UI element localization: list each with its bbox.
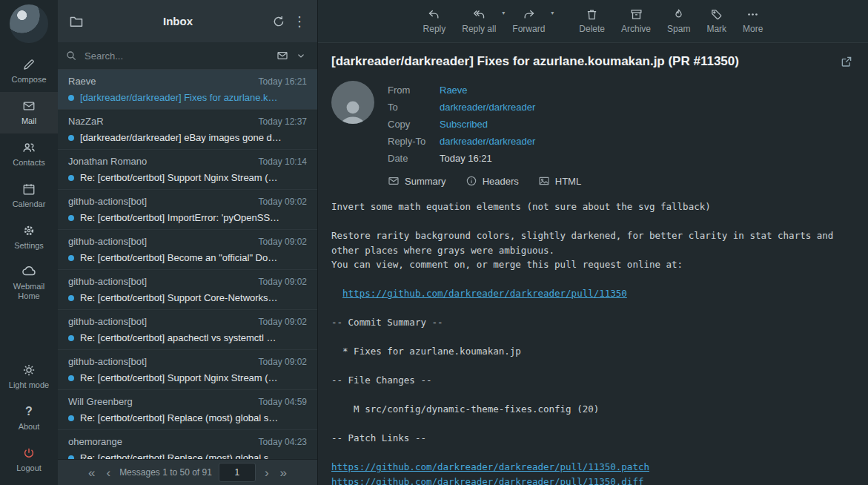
- sidebar-item-mail[interactable]: Mail: [0, 92, 58, 133]
- message-subject: Re: [certbot/certbot] Replace (most) glo…: [80, 412, 307, 423]
- sidebar-item-about[interactable]: ? About: [0, 397, 58, 439]
- first-page-button[interactable]: «: [86, 466, 97, 479]
- header-row-to: To darkreader/darkreader: [388, 99, 535, 116]
- message-list-item[interactable]: github-actions[bot] Today 09:02 Re: [cer…: [58, 270, 317, 310]
- gear-icon: [22, 224, 36, 237]
- search-options-button[interactable]: [292, 47, 310, 65]
- message-meta-row: github-actions[bot] Today 09:02: [68, 196, 307, 207]
- sidebar-item-label: About: [19, 422, 40, 432]
- message-subject-row: Re: [certbot/certbot] Support Nginx Stre…: [68, 372, 307, 383]
- body-line: [331, 417, 855, 432]
- message-list-item[interactable]: github-actions[bot] Today 09:02 Re: [cer…: [58, 310, 317, 350]
- body-line: [331, 301, 855, 316]
- tag-icon: [710, 8, 723, 21]
- sidebar-item-light-mode[interactable]: Light mode: [0, 356, 58, 397]
- envelope-icon: [276, 50, 288, 62]
- reply-all-label: Reply all: [462, 24, 496, 34]
- sidebar-item-calendar[interactable]: Calendar: [0, 175, 58, 217]
- next-page-button[interactable]: ›: [262, 466, 271, 479]
- message-meta-row: NazZaR Today 12:37: [68, 116, 307, 127]
- message-subject: [darkreader/darkreader] eBay images gone…: [80, 132, 307, 143]
- message-subject-row: [darkreader/darkreader] Fixes for azurla…: [68, 92, 307, 103]
- body-link[interactable]: https://github.com/darkreader/darkreader…: [342, 288, 627, 299]
- message-date: Today 12:37: [259, 116, 307, 127]
- delete-button[interactable]: Delete: [574, 7, 610, 36]
- archive-button[interactable]: Archive: [616, 7, 656, 36]
- message-list-pane: Inbox ⋮ Raeve Today 16:21 [darkre: [58, 0, 318, 485]
- body-line: You can view, comment on, or merge this …: [331, 257, 855, 272]
- body-line: Restore rarity background colors, slight…: [331, 228, 855, 243]
- pencil-icon: [22, 58, 36, 71]
- sidebar-item-label: Contacts: [13, 158, 44, 168]
- prev-page-button[interactable]: ‹: [104, 466, 113, 479]
- unread-dot-icon: [68, 175, 74, 181]
- sidebar-item-logout[interactable]: Logout: [0, 439, 58, 481]
- unread-dot-icon: [68, 135, 74, 141]
- message-list-item[interactable]: ohemorange Today 04:23 Re: [certbot/cert…: [58, 430, 317, 459]
- sidebar-item-settings[interactable]: Settings: [0, 217, 58, 258]
- header-value-link[interactable]: Subscribed: [440, 116, 488, 133]
- search-input[interactable]: [83, 50, 273, 62]
- envelope-icon: [22, 99, 36, 113]
- message-toolbar: Reply Reply all ▾ Forward ▾ Delete Archi…: [318, 0, 868, 43]
- headers-toggle[interactable]: Headers: [466, 175, 519, 187]
- search-scope-button[interactable]: [273, 46, 292, 65]
- folder-title: Inbox: [87, 15, 268, 27]
- reply-button[interactable]: Reply: [418, 7, 451, 36]
- sun-icon: [22, 363, 36, 377]
- header-label: To: [388, 99, 440, 116]
- pagination-status: Messages 1 to 50 of 91: [119, 467, 212, 478]
- page-number-input[interactable]: [219, 463, 256, 482]
- message-list-item[interactable]: Jonathan Romano Today 10:14 Re: [certbot…: [58, 150, 317, 190]
- sidebar-item-label: Light mode: [9, 380, 49, 390]
- header-value-link[interactable]: Raeve: [440, 82, 468, 99]
- message-list-item[interactable]: github-actions[bot] Today 09:02 Re: [cer…: [58, 230, 317, 270]
- header-value-link[interactable]: darkreader/darkreader: [440, 99, 535, 116]
- fire-icon: [672, 8, 685, 21]
- body-line: https://github.com/darkreader/darkreader…: [331, 460, 855, 475]
- last-page-button[interactable]: »: [278, 466, 289, 479]
- body-link[interactable]: https://github.com/darkreader/darkreader…: [331, 476, 643, 485]
- reply-all-button[interactable]: Reply all ▾: [457, 7, 501, 36]
- message-list-item[interactable]: Raeve Today 16:21 [darkreader/darkreader…: [58, 70, 317, 110]
- message-subject: Re: [certbot/certbot] Support Nginx Stre…: [80, 372, 307, 383]
- archive-icon: [630, 8, 643, 21]
- refresh-button[interactable]: [268, 11, 289, 32]
- message-date: Today 09:02: [259, 197, 307, 207]
- message-list-item[interactable]: Will Greenberg Today 04:59 Re: [certbot/…: [58, 390, 317, 430]
- open-in-new-window-button[interactable]: [838, 53, 855, 72]
- body-line: other places where grays were ambiguous.: [331, 243, 855, 258]
- mark-button[interactable]: Mark: [701, 7, 732, 36]
- more-button[interactable]: More: [738, 7, 768, 36]
- list-options-button[interactable]: ⋮: [289, 11, 310, 32]
- message-list-item[interactable]: github-actions[bot] Today 09:02 Re: [cer…: [58, 350, 317, 390]
- header-value-link[interactable]: darkreader/darkreader: [440, 133, 535, 150]
- message-subject-row: Re: [certbot/certbot] apachectl vs syste…: [68, 332, 307, 343]
- body-line: [331, 330, 855, 345]
- unread-dot-icon: [68, 295, 74, 301]
- app-logo[interactable]: [10, 4, 48, 43]
- message-sender: ohemorange: [68, 436, 122, 447]
- spam-button[interactable]: Spam: [662, 7, 695, 36]
- message-list-item[interactable]: github-actions[bot] Today 09:02 Re: [cer…: [58, 190, 317, 230]
- message-list-item[interactable]: NazZaR Today 12:37 [darkreader/darkreade…: [58, 110, 317, 150]
- header-label: Copy: [388, 116, 440, 133]
- sidebar-item-contacts[interactable]: Contacts: [0, 133, 58, 175]
- sidebar-item-compose[interactable]: Compose: [0, 50, 58, 92]
- message-date: Today 04:23: [259, 437, 307, 447]
- folders-button[interactable]: [65, 10, 87, 33]
- html-toggle[interactable]: HTML: [538, 175, 581, 187]
- message-content: [darkreader/darkreader] Fixes for azurla…: [318, 43, 868, 485]
- sidebar-item-webmail-home[interactable]: Webmail Home: [0, 258, 58, 306]
- forward-label: Forward: [512, 24, 545, 34]
- body-link[interactable]: https://github.com/darkreader/darkreader…: [331, 461, 649, 472]
- body-line: https://github.com/darkreader/darkreader…: [331, 475, 855, 485]
- forward-button[interactable]: Forward ▾: [507, 7, 550, 36]
- list-header: Inbox ⋮: [58, 0, 317, 42]
- summary-toggle[interactable]: Summary: [388, 175, 446, 187]
- message-subject: Re: [certbot/certbot] Become an "officia…: [80, 252, 307, 263]
- unread-dot-icon: [68, 215, 74, 221]
- message-subject: Re: [certbot/certbot] ImportError: 'pyOp…: [80, 212, 307, 223]
- external-link-icon: [840, 55, 853, 68]
- body-line: [331, 359, 855, 374]
